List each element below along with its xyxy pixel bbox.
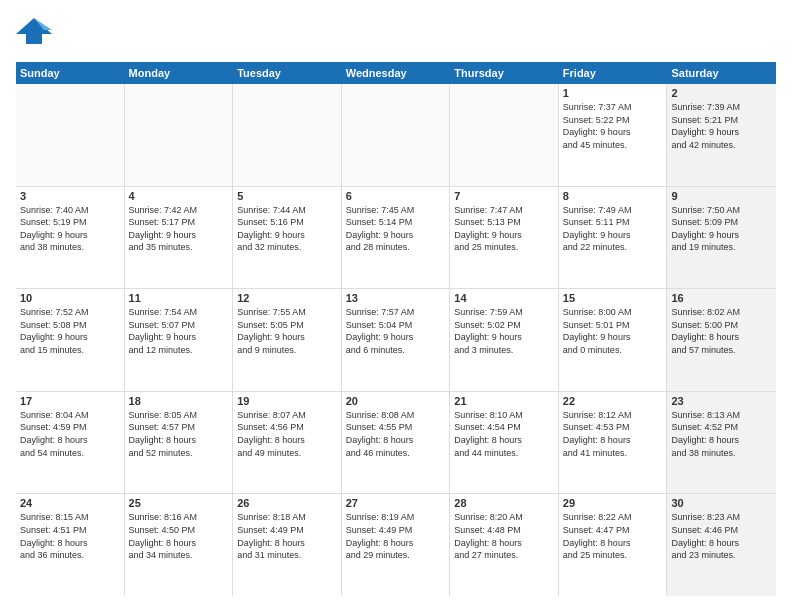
empty-cell [125, 84, 234, 186]
day-cell-26: 26Sunrise: 8:18 AM Sunset: 4:49 PM Dayli… [233, 494, 342, 596]
day-detail: Sunrise: 7:49 AM Sunset: 5:11 PM Dayligh… [563, 204, 663, 254]
day-detail: Sunrise: 7:57 AM Sunset: 5:04 PM Dayligh… [346, 306, 446, 356]
day-number: 22 [563, 395, 663, 407]
day-cell-2: 2Sunrise: 7:39 AM Sunset: 5:21 PM Daylig… [667, 84, 776, 186]
logo [16, 16, 56, 52]
day-detail: Sunrise: 7:55 AM Sunset: 5:05 PM Dayligh… [237, 306, 337, 356]
day-detail: Sunrise: 7:40 AM Sunset: 5:19 PM Dayligh… [20, 204, 120, 254]
day-cell-28: 28Sunrise: 8:20 AM Sunset: 4:48 PM Dayli… [450, 494, 559, 596]
day-detail: Sunrise: 8:12 AM Sunset: 4:53 PM Dayligh… [563, 409, 663, 459]
header-day-wednesday: Wednesday [342, 62, 451, 84]
day-detail: Sunrise: 8:23 AM Sunset: 4:46 PM Dayligh… [671, 511, 772, 561]
day-detail: Sunrise: 8:00 AM Sunset: 5:01 PM Dayligh… [563, 306, 663, 356]
day-number: 18 [129, 395, 229, 407]
day-number: 27 [346, 497, 446, 509]
day-detail: Sunrise: 8:22 AM Sunset: 4:47 PM Dayligh… [563, 511, 663, 561]
day-detail: Sunrise: 7:44 AM Sunset: 5:16 PM Dayligh… [237, 204, 337, 254]
day-cell-13: 13Sunrise: 7:57 AM Sunset: 5:04 PM Dayli… [342, 289, 451, 391]
header-day-thursday: Thursday [450, 62, 559, 84]
day-number: 21 [454, 395, 554, 407]
calendar-row-2: 10Sunrise: 7:52 AM Sunset: 5:08 PM Dayli… [16, 289, 776, 392]
empty-cell [16, 84, 125, 186]
day-detail: Sunrise: 7:39 AM Sunset: 5:21 PM Dayligh… [671, 101, 772, 151]
day-number: 23 [671, 395, 772, 407]
empty-cell [233, 84, 342, 186]
svg-marker-0 [16, 18, 52, 44]
day-cell-8: 8Sunrise: 7:49 AM Sunset: 5:11 PM Daylig… [559, 187, 668, 289]
day-detail: Sunrise: 8:15 AM Sunset: 4:51 PM Dayligh… [20, 511, 120, 561]
day-cell-5: 5Sunrise: 7:44 AM Sunset: 5:16 PM Daylig… [233, 187, 342, 289]
day-number: 2 [671, 87, 772, 99]
day-cell-3: 3Sunrise: 7:40 AM Sunset: 5:19 PM Daylig… [16, 187, 125, 289]
day-number: 15 [563, 292, 663, 304]
header-day-tuesday: Tuesday [233, 62, 342, 84]
day-number: 17 [20, 395, 120, 407]
day-cell-21: 21Sunrise: 8:10 AM Sunset: 4:54 PM Dayli… [450, 392, 559, 494]
day-detail: Sunrise: 8:20 AM Sunset: 4:48 PM Dayligh… [454, 511, 554, 561]
day-cell-19: 19Sunrise: 8:07 AM Sunset: 4:56 PM Dayli… [233, 392, 342, 494]
calendar-body: 1Sunrise: 7:37 AM Sunset: 5:22 PM Daylig… [16, 84, 776, 596]
day-detail: Sunrise: 7:50 AM Sunset: 5:09 PM Dayligh… [671, 204, 772, 254]
day-detail: Sunrise: 7:42 AM Sunset: 5:17 PM Dayligh… [129, 204, 229, 254]
day-number: 12 [237, 292, 337, 304]
day-detail: Sunrise: 7:45 AM Sunset: 5:14 PM Dayligh… [346, 204, 446, 254]
day-number: 7 [454, 190, 554, 202]
empty-cell [450, 84, 559, 186]
day-number: 10 [20, 292, 120, 304]
day-detail: Sunrise: 8:19 AM Sunset: 4:49 PM Dayligh… [346, 511, 446, 561]
calendar: SundayMondayTuesdayWednesdayThursdayFrid… [16, 62, 776, 596]
day-cell-30: 30Sunrise: 8:23 AM Sunset: 4:46 PM Dayli… [667, 494, 776, 596]
day-cell-17: 17Sunrise: 8:04 AM Sunset: 4:59 PM Dayli… [16, 392, 125, 494]
header [16, 16, 776, 52]
empty-cell [342, 84, 451, 186]
day-cell-9: 9Sunrise: 7:50 AM Sunset: 5:09 PM Daylig… [667, 187, 776, 289]
day-detail: Sunrise: 8:08 AM Sunset: 4:55 PM Dayligh… [346, 409, 446, 459]
day-number: 3 [20, 190, 120, 202]
day-detail: Sunrise: 7:47 AM Sunset: 5:13 PM Dayligh… [454, 204, 554, 254]
calendar-header: SundayMondayTuesdayWednesdayThursdayFrid… [16, 62, 776, 84]
day-cell-25: 25Sunrise: 8:16 AM Sunset: 4:50 PM Dayli… [125, 494, 234, 596]
day-number: 19 [237, 395, 337, 407]
day-detail: Sunrise: 8:05 AM Sunset: 4:57 PM Dayligh… [129, 409, 229, 459]
day-cell-22: 22Sunrise: 8:12 AM Sunset: 4:53 PM Dayli… [559, 392, 668, 494]
day-cell-20: 20Sunrise: 8:08 AM Sunset: 4:55 PM Dayli… [342, 392, 451, 494]
day-number: 13 [346, 292, 446, 304]
day-number: 1 [563, 87, 663, 99]
day-detail: Sunrise: 8:07 AM Sunset: 4:56 PM Dayligh… [237, 409, 337, 459]
day-cell-24: 24Sunrise: 8:15 AM Sunset: 4:51 PM Dayli… [16, 494, 125, 596]
header-day-saturday: Saturday [667, 62, 776, 84]
header-day-sunday: Sunday [16, 62, 125, 84]
day-detail: Sunrise: 7:54 AM Sunset: 5:07 PM Dayligh… [129, 306, 229, 356]
day-cell-14: 14Sunrise: 7:59 AM Sunset: 5:02 PM Dayli… [450, 289, 559, 391]
day-detail: Sunrise: 8:10 AM Sunset: 4:54 PM Dayligh… [454, 409, 554, 459]
header-day-friday: Friday [559, 62, 668, 84]
day-number: 24 [20, 497, 120, 509]
calendar-row-4: 24Sunrise: 8:15 AM Sunset: 4:51 PM Dayli… [16, 494, 776, 596]
day-number: 9 [671, 190, 772, 202]
day-cell-27: 27Sunrise: 8:19 AM Sunset: 4:49 PM Dayli… [342, 494, 451, 596]
logo-bird-icon [16, 16, 52, 52]
day-detail: Sunrise: 7:59 AM Sunset: 5:02 PM Dayligh… [454, 306, 554, 356]
day-detail: Sunrise: 8:18 AM Sunset: 4:49 PM Dayligh… [237, 511, 337, 561]
day-cell-1: 1Sunrise: 7:37 AM Sunset: 5:22 PM Daylig… [559, 84, 668, 186]
day-cell-29: 29Sunrise: 8:22 AM Sunset: 4:47 PM Dayli… [559, 494, 668, 596]
day-cell-16: 16Sunrise: 8:02 AM Sunset: 5:00 PM Dayli… [667, 289, 776, 391]
day-detail: Sunrise: 8:16 AM Sunset: 4:50 PM Dayligh… [129, 511, 229, 561]
day-cell-11: 11Sunrise: 7:54 AM Sunset: 5:07 PM Dayli… [125, 289, 234, 391]
day-number: 26 [237, 497, 337, 509]
calendar-row-3: 17Sunrise: 8:04 AM Sunset: 4:59 PM Dayli… [16, 392, 776, 495]
day-cell-6: 6Sunrise: 7:45 AM Sunset: 5:14 PM Daylig… [342, 187, 451, 289]
day-number: 14 [454, 292, 554, 304]
day-number: 29 [563, 497, 663, 509]
day-number: 30 [671, 497, 772, 509]
calendar-row-0: 1Sunrise: 7:37 AM Sunset: 5:22 PM Daylig… [16, 84, 776, 187]
day-detail: Sunrise: 8:04 AM Sunset: 4:59 PM Dayligh… [20, 409, 120, 459]
day-detail: Sunrise: 8:02 AM Sunset: 5:00 PM Dayligh… [671, 306, 772, 356]
day-number: 5 [237, 190, 337, 202]
day-number: 6 [346, 190, 446, 202]
day-cell-10: 10Sunrise: 7:52 AM Sunset: 5:08 PM Dayli… [16, 289, 125, 391]
day-detail: Sunrise: 7:52 AM Sunset: 5:08 PM Dayligh… [20, 306, 120, 356]
day-number: 28 [454, 497, 554, 509]
day-detail: Sunrise: 7:37 AM Sunset: 5:22 PM Dayligh… [563, 101, 663, 151]
calendar-row-1: 3Sunrise: 7:40 AM Sunset: 5:19 PM Daylig… [16, 187, 776, 290]
